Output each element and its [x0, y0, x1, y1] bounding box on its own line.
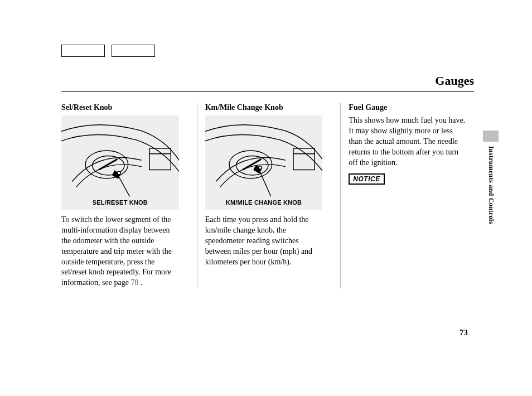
column-fuel-gauge: Fuel Gauge This shows how much fuel you … [340, 103, 474, 288]
nav-box-2[interactable] [112, 45, 155, 57]
body-sel-reset: To switch the lower segment of the multi… [61, 215, 179, 288]
body-km-mile: Each time you press and hold the km/mile… [205, 215, 323, 267]
page-content: Gauges Sel/Reset Knob [61, 45, 474, 288]
heading-sel-reset: Sel/Reset Knob [61, 103, 179, 112]
figure-sel-reset: SEL/RESET KNOB [61, 115, 179, 210]
body-fuel-gauge: This shows how much fuel you have. It ma… [349, 115, 466, 168]
page-title: Gauges [61, 74, 474, 88]
heading-km-mile: Km/Mile Change Knob [205, 103, 323, 112]
notice-box: NOTICE [349, 173, 384, 185]
top-nav-boxes [61, 45, 474, 57]
figure-caption-km-mile: KM/MILE CHANGE KNOB [205, 199, 323, 206]
body-text-part1: To switch the lower segment of the multi… [61, 215, 172, 287]
page-ref-link[interactable]: 78 [130, 278, 138, 287]
heading-fuel-gauge: Fuel Gauge [349, 103, 466, 112]
content-columns: Sel/Reset Knob [61, 103, 474, 288]
side-tab-marker [483, 131, 499, 142]
steering-column-illustration-2 [205, 115, 323, 210]
page-number: 73 [460, 328, 468, 337]
page-header: Gauges [61, 74, 474, 92]
section-side-label: Instruments and Controls [487, 146, 495, 224]
steering-column-illustration [61, 115, 179, 210]
column-sel-reset: Sel/Reset Knob [61, 103, 187, 288]
column-km-mile: Km/Mile Change Knob [197, 103, 331, 288]
svg-line-11 [259, 170, 270, 196]
figure-km-mile: KM/MILE CHANGE KNOB [205, 115, 323, 210]
nav-box-1[interactable] [61, 45, 105, 57]
body-text-part2: . [138, 278, 142, 287]
svg-line-4 [118, 175, 130, 196]
figure-caption-sel-reset: SEL/RESET KNOB [61, 199, 179, 206]
